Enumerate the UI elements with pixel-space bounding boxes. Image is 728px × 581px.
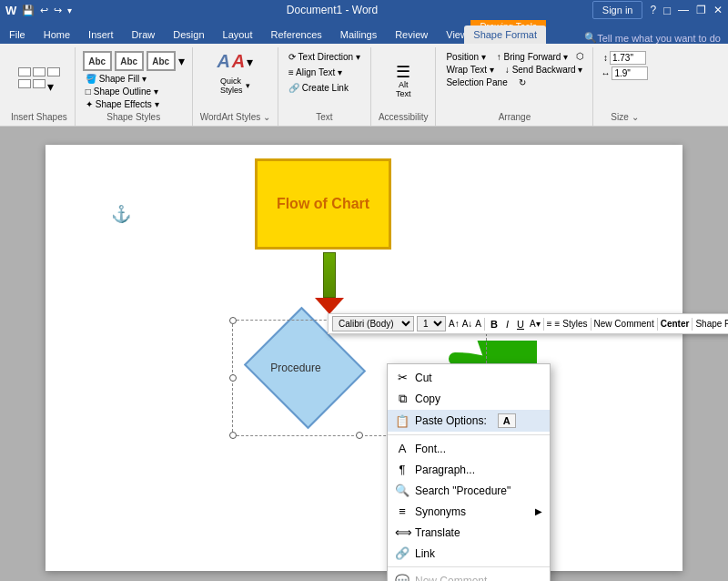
shape-style-1[interactable]: Abc (83, 51, 112, 71)
wrap-text-btn[interactable]: Wrap Text ▾ (443, 64, 496, 76)
wordart-expand[interactable]: ▾ (247, 55, 253, 69)
align-text-btn[interactable]: ≡ Align Text ▾ (286, 66, 345, 78)
ctx-paragraph[interactable]: ¶ Paragraph... (388, 459, 550, 480)
document-area: ⚓ Flow of Chart Procedure (0, 127, 728, 581)
undo-icon[interactable]: ↩ (40, 5, 48, 16)
ribbon-group-size: ↕ ↔ Size ⌄ (593, 47, 655, 126)
tab-mailings[interactable]: Mailings (331, 25, 386, 44)
tab-draw[interactable]: Draw (123, 25, 165, 44)
ctx-copy[interactable]: ⧉ Copy (388, 388, 550, 410)
center-align-btn[interactable]: Center (661, 319, 690, 329)
ctx-link[interactable]: 🔗 Link (388, 543, 550, 564)
search-icon: 🔍 (395, 484, 410, 497)
numbering-btn[interactable]: ≡ (555, 319, 561, 329)
font-grow-btn[interactable]: A↑ (449, 319, 460, 329)
font-icon: A (395, 442, 410, 455)
bring-forward-btn[interactable]: ↑ Bring Forward ▾ (494, 51, 571, 63)
tab-shape-format[interactable]: Shape Format (464, 25, 546, 44)
comment-btn[interactable]: New Comment (594, 319, 654, 329)
width-input[interactable] (612, 66, 648, 80)
accessibility-label: Accessibility (379, 112, 428, 122)
rotate-btn[interactable]: ↻ (516, 76, 529, 88)
send-backward-btn[interactable]: ↓ Send Backward ▾ (502, 64, 586, 76)
close-button[interactable]: ✕ (713, 4, 723, 16)
shape-line[interactable] (18, 79, 31, 88)
height-icon: ↕ (603, 53, 608, 63)
wordart-a-icon[interactable]: A (217, 51, 229, 72)
shape-other[interactable] (47, 67, 60, 76)
tab-review[interactable]: Review (386, 25, 437, 44)
handle-bc[interactable] (356, 432, 363, 439)
tab-layout[interactable]: Layout (214, 25, 262, 44)
paste-option-box[interactable]: A (498, 413, 516, 428)
wordart-content: A A ▾ QuickStyles ▾ (217, 51, 253, 110)
styles-btn[interactable]: Styles (562, 319, 587, 329)
italic-btn[interactable]: I (503, 318, 511, 331)
font-size-selector[interactable]: 11 (417, 316, 446, 331)
font-selector[interactable]: Calibri (Body) (332, 316, 414, 331)
ctx-font[interactable]: A Font... (388, 438, 550, 459)
minimize-button[interactable]: — (678, 4, 689, 16)
height-input[interactable] (610, 51, 646, 65)
shape-styles-content: Abc Abc Abc ▾ 🪣 Shape Fill ▾ □ Shape Out… (83, 51, 185, 110)
underline-btn[interactable]: U (514, 318, 527, 331)
tab-references[interactable]: References (262, 25, 331, 44)
highlight-btn[interactable]: A▾ (530, 319, 541, 329)
separator-2 (543, 318, 544, 331)
quick-styles-btn[interactable]: QuickStyles ▾ (217, 76, 253, 96)
shape-style-2[interactable]: Abc (115, 51, 144, 71)
alt-text-btn[interactable]: ☰ AltText (385, 62, 421, 100)
bullets-btn[interactable]: ≡ (547, 319, 552, 329)
handle-tl[interactable] (229, 317, 237, 324)
ctx-search[interactable]: 🔍 Search "Procedure" (388, 480, 550, 501)
shape-fill-btn[interactable]: 🪣 Shape Fill ▾ (83, 73, 162, 85)
font-color-btn[interactable]: A (475, 319, 481, 329)
handle-bl[interactable] (229, 432, 237, 439)
ribbon-group-arrange: Position ▾ ↑ Bring Forward ▾ ⬡ Wrap Text… (436, 47, 593, 126)
bold-btn[interactable]: B (488, 318, 500, 331)
ribbon-toggle-icon[interactable]: □ (663, 4, 671, 17)
handle-ml[interactable] (229, 374, 237, 382)
tab-home[interactable]: Home (35, 25, 79, 44)
shape-effects-btn[interactable]: ✦ Shape Effects ▾ (83, 98, 162, 110)
arrange-expand[interactable]: ⬡ (576, 51, 584, 63)
create-link-btn[interactable]: 🔗 Create Link (286, 82, 351, 94)
separator-3 (591, 318, 592, 331)
sign-in-button[interactable]: Sign in (592, 1, 643, 19)
shape-arrow[interactable] (33, 79, 46, 88)
help-icon[interactable]: ? (650, 4, 656, 16)
window-title: Document1 - Word (72, 4, 592, 16)
shape-style-3[interactable]: Abc (147, 51, 176, 71)
ctx-translate[interactable]: ⟺ Translate (388, 522, 550, 543)
tab-file[interactable]: File (0, 25, 35, 44)
text-direction-btn[interactable]: ⟳ Text Direction ▾ (286, 51, 363, 63)
ctx-synonyms[interactable]: ≡ Synonyms ▶ (388, 501, 550, 522)
wordart-a2-icon[interactable]: A (232, 51, 245, 72)
flow-chart-box[interactable]: Flow of Chart (255, 158, 391, 250)
tell-me-input[interactable]: 🔍 Tell me what you want to do (577, 32, 728, 44)
shape-outline-btn[interactable]: □ Shape Outline ▾ (83, 86, 162, 97)
shape-rounded[interactable] (33, 67, 46, 76)
position-btn[interactable]: Position ▾ (443, 51, 488, 63)
tab-insert[interactable]: Insert (79, 25, 123, 44)
save-icon[interactable]: 💾 (22, 5, 35, 16)
shape-rect[interactable] (18, 67, 31, 76)
arrange-label: Arrange (499, 112, 531, 122)
new-comment-icon: 💬 (395, 574, 410, 581)
selection-pane-btn[interactable]: Selection Pane (443, 76, 510, 88)
ribbon-tab-bar: Drawing Tools File Home Insert Draw Desi… (0, 20, 728, 44)
shape-styles-label: Shape Styles (106, 112, 160, 122)
context-menu: ✂ Cut ⧉ Copy 📋 Paste Options: A A Font..… (387, 363, 551, 581)
ribbon-group-insert-shapes: ▾ Insert Shapes (4, 47, 76, 126)
ctx-cut[interactable]: ✂ Cut (388, 367, 550, 388)
maximize-button[interactable]: ❐ (696, 4, 706, 16)
shapes-gallery[interactable]: ▾ (18, 51, 60, 110)
wordart-label: WordArt Styles ⌄ (200, 112, 270, 122)
font-shrink-btn[interactable]: A↓ (462, 319, 473, 329)
tab-design[interactable]: Design (164, 25, 213, 44)
redo-icon[interactable]: ↪ (54, 5, 62, 16)
shape-styles-expand[interactable]: ▾ (178, 54, 185, 68)
ctx-paste-options[interactable]: 📋 Paste Options: A (388, 410, 550, 432)
shapes-expand-icon[interactable]: ▾ (47, 79, 54, 94)
shape-fill-mini-btn[interactable]: Shape Fill ▾ (695, 319, 728, 329)
